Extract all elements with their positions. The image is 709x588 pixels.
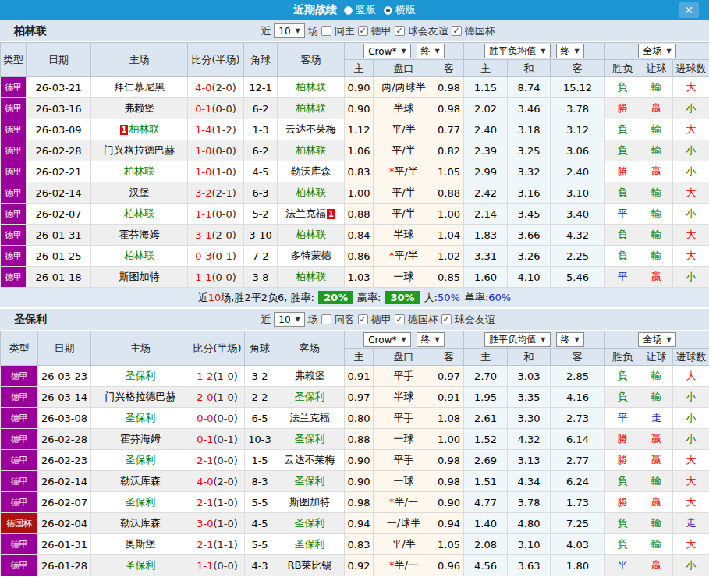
handicap-label: 半/一 — [395, 496, 418, 508]
view-mode-radio-group: 竖版横版 — [344, 3, 416, 17]
team-section-header: 柏林联近10▼场同主✓德甲✓球会友谊✓德国杯 — [0, 20, 709, 42]
handicap-result-cell: 贏 — [640, 267, 673, 288]
euro-odds-select[interactable]: 胜平负均值▼ — [484, 44, 550, 58]
league-checkbox[interactable]: ✓ — [441, 314, 452, 324]
league-checkbox[interactable]: ✓ — [358, 314, 368, 324]
same-venue-checkbox[interactable] — [321, 314, 331, 324]
halftime-score: (0-0) — [211, 145, 236, 157]
away-team-cell: 柏林联 — [278, 140, 345, 161]
asian-home-odds: 1.03 — [345, 267, 374, 288]
asian-home-odds: 0.90 — [345, 450, 374, 471]
close-icon: ✕ — [684, 4, 693, 16]
score-cell: 1-1(0-0) — [188, 204, 244, 225]
score-cell: 0-1(0-1) — [190, 429, 245, 450]
league-cell: 德甲 — [1, 471, 38, 492]
same-venue-checkbox[interactable] — [321, 26, 331, 36]
odds-period-select-value: 终 — [421, 44, 431, 58]
league-checkbox[interactable]: ✓ — [452, 26, 462, 36]
date-cell: 26-02-21 — [27, 161, 91, 182]
games-count-select[interactable]: 10▼ — [274, 312, 304, 327]
team-label: 霍芬海姆 — [120, 433, 161, 445]
league-checkbox[interactable]: ✓ — [395, 26, 405, 36]
column-header: 类型 — [1, 331, 38, 366]
home-team-cell: 弗赖堡 — [91, 98, 188, 119]
euro-away-odds: 3.40 — [551, 204, 605, 225]
close-button[interactable]: ✕ — [679, 2, 699, 18]
euro-home-odds: 2.42 — [464, 182, 508, 204]
scope-select[interactable]: 全场▼ — [638, 332, 675, 347]
odds-company-select[interactable]: Crow*▼ — [363, 44, 410, 58]
asian-subheader: 盘口 — [374, 60, 434, 77]
goals-result-cell: 大 — [673, 246, 709, 267]
result-subheader: 进球数 — [673, 60, 709, 77]
fulltime-score: 2-0 — [197, 391, 213, 403]
result-cell: 負 — [605, 513, 640, 534]
team-label: 圣保利 — [295, 391, 325, 402]
home-team-cell: 圣保利 — [91, 450, 190, 471]
asian-away-odds: 0.98 — [434, 450, 464, 471]
team-section: 圣保利近10▼场同客✓德甲✓德国杯✓球会友谊类型日期主场比分(半场)角球客场Cr… — [0, 309, 709, 576]
corners-cell: 6-2 — [244, 140, 278, 161]
euro-home-odds: 2.08 — [464, 534, 508, 555]
big-rate-label: 大: — [424, 291, 438, 305]
asian-away-odds: 1.00 — [434, 204, 464, 225]
result-cell: 平 — [605, 204, 640, 225]
asian-away-odds: 1.08 — [434, 408, 464, 429]
euro-home-odds: 1.52 — [464, 429, 508, 450]
handicap-result-cell: 輸 — [640, 534, 673, 555]
date-cell: 26-01-18 — [27, 267, 91, 288]
radio-icon — [344, 6, 353, 15]
home-team-cell: 圣保利 — [91, 408, 190, 429]
league-cell: 德甲 — [1, 225, 27, 246]
team-label: 柏林联 — [296, 102, 326, 114]
away-team-cell: 法兰克福 — [275, 408, 345, 429]
league-cell: 德甲 — [1, 77, 27, 98]
handicap-label: 平/半 — [392, 538, 415, 550]
score-cell: 3-0(1-0) — [190, 513, 245, 534]
league-checkbox[interactable]: ✓ — [358, 26, 368, 36]
euro-home-odds: 2.02 — [464, 98, 508, 119]
view-radio-vertical[interactable]: 竖版 — [344, 3, 376, 17]
away-team-cell: 柏林联 — [278, 98, 345, 119]
goals-result-cell: 小 — [673, 387, 709, 408]
odds-period-select[interactable]: 终▼ — [417, 332, 445, 347]
league-cell: 德甲 — [1, 161, 27, 182]
same-venue-label: 同主 — [335, 24, 355, 38]
score-cell: 3-1(2-0) — [188, 225, 244, 246]
view-radio-horizontal[interactable]: 横版 — [384, 3, 416, 17]
handicap-cell: 一球 — [374, 429, 434, 450]
euro-draw-odds: 3.63 — [508, 555, 551, 576]
league-checkbox[interactable]: ✓ — [395, 314, 405, 324]
handicap-label: 半/一 — [395, 559, 418, 571]
chevron-down-icon: ▼ — [541, 336, 545, 343]
scope-select-value: 全场 — [643, 333, 661, 346]
euro-away-odds: 4.16 — [551, 387, 605, 408]
euro-period-select[interactable]: 终▼ — [556, 332, 584, 347]
games-count-select[interactable]: 10▼ — [274, 23, 304, 38]
euro-away-odds: 3.78 — [551, 98, 605, 119]
handicap-result-cell: 贏 — [640, 98, 673, 119]
euro-period-select[interactable]: 终▼ — [556, 44, 584, 58]
chevron-down-icon: ▼ — [435, 336, 440, 343]
euro-odds-select[interactable]: 胜平负均值▼ — [484, 332, 550, 347]
scope-select[interactable]: 全场▼ — [638, 44, 675, 58]
odds-period-select[interactable]: 终▼ — [417, 44, 445, 58]
handicap-cell: 一/球半 — [374, 513, 434, 534]
halftime-score: (0-0) — [211, 208, 236, 220]
away-team-cell: 云达不莱梅 — [275, 450, 345, 471]
result-cell: 勝 — [605, 429, 640, 450]
odds-company-select[interactable]: Crow*▼ — [363, 332, 410, 347]
home-team-cell: 汉堡 — [91, 182, 188, 204]
chevron-down-icon: ▼ — [541, 48, 545, 55]
handicap-result-cell: 走 — [640, 408, 673, 429]
handicap-result-cell: 贏 — [640, 450, 673, 471]
column-header: 客场 — [275, 331, 345, 366]
league-cell: 德甲 — [1, 387, 38, 408]
home-team-cell: 门兴格拉德巴赫 — [91, 387, 190, 408]
goals-result-cell: 小 — [673, 98, 709, 119]
corners-cell: 5-5 — [245, 492, 275, 513]
asian-home-odds: 0.86 — [345, 246, 374, 267]
corners-cell: 5-5 — [245, 534, 275, 555]
result-cell: 平 — [605, 408, 640, 429]
handicap-result-cell: 贏 — [640, 492, 673, 513]
